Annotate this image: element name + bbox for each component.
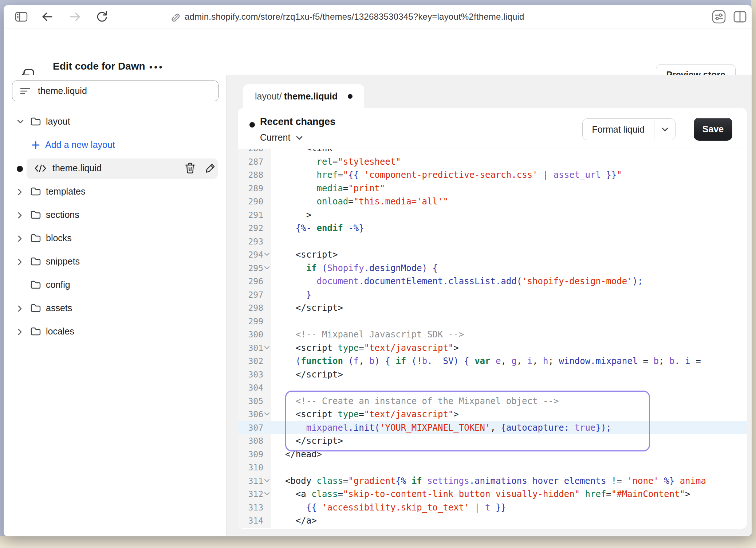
code-text: } (275, 288, 747, 302)
code-text: <script type="text/javascript"> (275, 341, 747, 355)
code-line-295[interactable]: 295 if (Shopify.designMode) { (238, 262, 747, 275)
version-dropdown[interactable]: Current (260, 132, 303, 143)
code-line-287[interactable]: 287 rel="stylesheet" (238, 155, 747, 169)
code-line-294[interactable]: 294 <script> (238, 248, 747, 262)
code-line-292[interactable]: 292 {%- endif -%} (238, 222, 747, 235)
line-number: 289 (238, 182, 263, 195)
line-number: 313 (238, 501, 263, 514)
code-line-307[interactable]: 307 mixpanel.init('YOUR_MIXPANEL_TOKEN',… (238, 421, 747, 435)
browser-toolbar: admin.shopify.com/store/rzq1xu-f5/themes… (4, 5, 752, 28)
code-line-300[interactable]: 300 <!-- Mixpanel Javascript SDK --> (238, 328, 747, 341)
format-liquid-caret[interactable] (654, 119, 675, 140)
code-file-icon (34, 164, 47, 173)
code-line-305[interactable]: 305 <!-- Create an instance of the Mixpa… (238, 395, 747, 408)
code-line-309[interactable]: 309 </head> (238, 448, 747, 461)
sidebar-item-layout[interactable]: layout (4, 110, 226, 134)
address-bar[interactable]: admin.shopify.com/store/rzq1xu-f5/themes… (185, 12, 524, 22)
tree-item-label: layout (46, 116, 70, 127)
sidebar-item-templates[interactable]: templates (4, 180, 226, 204)
split-view-icon[interactable] (733, 10, 747, 23)
code-line-296[interactable]: 296 document.documentElement.classList.a… (238, 275, 747, 288)
code-line-288[interactable]: 288 href="{{ 'component-predictive-searc… (238, 168, 747, 182)
line-number: 310 (238, 461, 263, 474)
browser-sidebar-toggle-icon[interactable] (15, 11, 28, 23)
sidebar-item-sections[interactable]: sections (4, 204, 226, 227)
code-line-298[interactable]: 298 </script> (238, 301, 747, 315)
sidebar-item-blocks[interactable]: blocks (4, 227, 226, 250)
code-text: </a> (275, 514, 747, 528)
sidebar-item-add-a-new-layout[interactable]: Add a new layout (4, 134, 226, 157)
code-line-310[interactable]: 310 (238, 461, 747, 474)
chevron-right-icon[interactable] (16, 234, 23, 243)
modified-dot (17, 166, 23, 172)
code-area[interactable]: 286 <link287 rel="stylesheet"288 href="{… (238, 149, 747, 528)
code-line-291[interactable]: 291 > (238, 208, 747, 222)
file-tree: layoutAdd a new layouttheme.liquidtempla… (4, 110, 226, 344)
page-title: Edit code for Dawn (53, 60, 145, 72)
code-line-290[interactable]: 290 onload="this.media='all'" (238, 195, 747, 208)
code-line-299[interactable]: 299 (238, 315, 747, 328)
code-line-297[interactable]: 297 } (238, 288, 747, 302)
fold-chevron-icon[interactable] (264, 478, 270, 483)
desktop-background-right (751, 0, 756, 548)
code-line-306[interactable]: 306 <script type="text/javascript"> (238, 408, 747, 421)
code-line-289[interactable]: 289 media="print" (238, 182, 747, 195)
chevron-down-icon[interactable] (16, 118, 25, 125)
folder-icon (30, 233, 42, 243)
tab-theme-liquid[interactable]: layout/theme.liquid (243, 84, 364, 109)
editor-panel-header: Recent changes Current Format liquid (238, 108, 747, 149)
sidebar-item-theme-liquid[interactable]: theme.liquid (4, 157, 226, 180)
chevron-right-icon[interactable] (16, 328, 23, 336)
fold-chevron-icon[interactable] (264, 266, 270, 270)
format-liquid-button[interactable]: Format liquid (582, 118, 676, 140)
code-line-314[interactable]: 314 </a> (238, 514, 747, 528)
save-button[interactable]: Save (694, 118, 732, 141)
code-line-313[interactable]: 313 {{ 'accessibility.skip_to_text' | t … (238, 501, 747, 514)
panel-header-divider (683, 108, 683, 149)
format-liquid-label: Format liquid (583, 119, 654, 140)
tree-item-label: Add a new layout (45, 140, 115, 150)
line-number: 301 (238, 341, 263, 355)
filter-icon (20, 86, 31, 96)
fold-chevron-icon[interactable] (264, 252, 270, 257)
fold-chevron-icon[interactable] (264, 345, 270, 350)
code-line-311[interactable]: 311 <body class="gradient{% if settings.… (238, 474, 747, 488)
reload-icon[interactable] (95, 10, 109, 23)
code-line-293[interactable]: 293 (238, 235, 747, 248)
sidebar-item-locales[interactable]: locales (4, 320, 226, 344)
line-number: 307 (238, 421, 263, 435)
chevron-down-icon (295, 135, 303, 140)
code-editor-area: layout/theme.liquid Recent changes Curre… (227, 75, 752, 536)
page-settings-icon[interactable] (711, 9, 727, 25)
sidebar-item-assets[interactable]: assets (4, 297, 226, 320)
delete-file-icon[interactable] (184, 162, 197, 175)
code-text: <script> (275, 248, 747, 262)
code-line-312[interactable]: 312 <a class="skip-to-content-link butto… (238, 488, 747, 501)
tree-item-label: sections (46, 210, 79, 220)
code-line-308[interactable]: 308 </script> (238, 434, 747, 448)
file-search-input[interactable]: theme.liquid (12, 81, 218, 101)
file-sidebar: theme.liquid layoutAdd a new layouttheme… (4, 75, 227, 536)
more-menu-icon[interactable]: ••• (149, 62, 164, 72)
chevron-right-icon[interactable] (16, 258, 23, 266)
sidebar-item-snippets[interactable]: snippets (4, 250, 226, 274)
code-line-302[interactable]: 302 (function (f, b) { if (!b.__SV) { va… (238, 355, 747, 368)
code-line-303[interactable]: 303 </script> (238, 368, 747, 381)
folder-icon (30, 210, 42, 220)
code-line-304[interactable]: 304 (238, 381, 747, 395)
chevron-right-icon[interactable] (16, 188, 23, 196)
plus-icon (31, 140, 41, 150)
fold-chevron-icon[interactable] (264, 412, 270, 416)
sidebar-item-config[interactable]: config (4, 274, 226, 297)
line-number: 304 (238, 381, 263, 395)
line-number: 291 (238, 208, 263, 222)
chevron-right-icon[interactable] (16, 304, 23, 313)
code-text: {{ 'accessibility.skip_to_text' | t }} (275, 501, 747, 514)
code-line-301[interactable]: 301 <script type="text/javascript"> (238, 341, 747, 355)
code-line-286[interactable]: 286 <link (238, 149, 747, 155)
fold-chevron-icon[interactable] (264, 492, 270, 496)
chevron-right-icon[interactable] (16, 211, 23, 220)
back-icon[interactable] (41, 11, 54, 22)
rename-file-icon[interactable] (205, 162, 218, 175)
code-text: if (Shopify.designMode) { (275, 262, 747, 275)
